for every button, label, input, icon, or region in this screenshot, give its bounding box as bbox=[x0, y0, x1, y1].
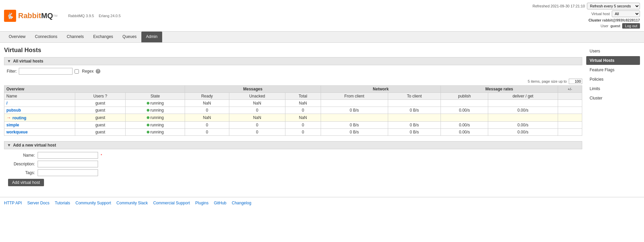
nav-overview[interactable]: Overview bbox=[4, 32, 30, 42]
refresh-select[interactable]: Refresh every 5 seconds Refresh every 10… bbox=[587, 3, 640, 9]
desc-form-row: Description: bbox=[4, 161, 582, 167]
td-state: running bbox=[126, 122, 185, 129]
td-name[interactable]: pubsub bbox=[4, 107, 75, 114]
page-size-input[interactable] bbox=[569, 79, 582, 84]
table-row[interactable]: simple guest running 0 0 0 0 B/s 0 B/s 0… bbox=[4, 122, 582, 129]
add-vhost-button[interactable]: Add virtual host bbox=[8, 179, 44, 186]
th-plusminus[interactable]: +/- bbox=[558, 86, 582, 93]
nav-channels[interactable]: Channels bbox=[62, 32, 89, 42]
td-from-client bbox=[321, 100, 388, 107]
td-users: guest bbox=[75, 107, 126, 114]
rabbitmq-version: RabbitMQ 3.9.5 bbox=[68, 14, 94, 18]
td-name[interactable]: / bbox=[4, 100, 75, 107]
td-unacked: NaN bbox=[229, 114, 285, 122]
th-to-client: To client bbox=[388, 93, 441, 100]
logo-icon: 🐇 bbox=[4, 10, 16, 22]
td-users: guest bbox=[75, 114, 126, 122]
table-row[interactable]: pubsub guest running 0 0 0 0 B/s 0 B/s 0… bbox=[4, 107, 582, 114]
footer-link[interactable]: Commercial Support bbox=[153, 201, 190, 205]
td-to-client bbox=[388, 100, 441, 107]
header: 🐇 RabbitMQTM RabbitMQ 3.9.5 Erlang 24.0.… bbox=[0, 0, 644, 32]
th-overview: Overview bbox=[4, 86, 185, 93]
th-state: State bbox=[126, 93, 185, 100]
cluster-value: rabbit@993fc8228117 bbox=[602, 18, 640, 22]
regex-checkbox[interactable] bbox=[75, 69, 79, 74]
sidebar-item-virtual-hosts[interactable]: Virtual Hosts bbox=[586, 56, 640, 65]
nav-exchanges[interactable]: Exchanges bbox=[88, 32, 118, 42]
top-right: Refreshed 2021-09-30 17:21:10 Refresh ev… bbox=[533, 3, 640, 29]
logo-tm: TM bbox=[53, 14, 57, 17]
add-vhost-header[interactable]: ▼ Add a new virtual host bbox=[4, 141, 582, 149]
td-from-client: 0 B/s bbox=[321, 107, 388, 114]
td-state: running bbox=[126, 107, 185, 114]
vhost-select[interactable]: All / pubsub routing simple workqueue bbox=[612, 10, 640, 17]
filter-input[interactable] bbox=[19, 68, 73, 75]
sidebar-item-limits[interactable]: Limits bbox=[586, 84, 640, 93]
tags-form-row: Tags: bbox=[4, 169, 582, 176]
td-to-client bbox=[388, 114, 441, 122]
vhosts-table: Overview Messages Network Message rates … bbox=[4, 85, 582, 136]
footer-link[interactable]: Community Slack bbox=[117, 201, 148, 205]
footer-link[interactable]: HTTP API bbox=[4, 201, 22, 205]
td-publish: 0.00/s bbox=[441, 122, 488, 129]
footer-link[interactable]: Tutorials bbox=[55, 201, 70, 205]
sidebar-item-cluster[interactable]: Cluster bbox=[586, 94, 640, 103]
nav-connections[interactable]: Connections bbox=[30, 32, 62, 42]
add-section-arrow: ▼ bbox=[7, 143, 11, 148]
td-unacked: 0 bbox=[229, 107, 285, 114]
required-star: * bbox=[101, 154, 102, 157]
td-action bbox=[558, 129, 582, 136]
name-input[interactable] bbox=[38, 152, 98, 159]
td-ready: 0 bbox=[185, 107, 229, 114]
all-vhosts-section[interactable]: ▼ All virtual hosts bbox=[4, 57, 582, 65]
nav-queues[interactable]: Queues bbox=[118, 32, 141, 42]
td-unacked: NaN bbox=[229, 100, 285, 107]
logo: 🐇 RabbitMQTM bbox=[4, 10, 57, 22]
td-state: running bbox=[126, 129, 185, 136]
content: Virtual Hosts ▼ All virtual hosts Filter… bbox=[4, 47, 582, 186]
logout-button[interactable]: Log out bbox=[622, 23, 640, 29]
footer-link[interactable]: Server Docs bbox=[27, 201, 49, 205]
td-to-client: 0 B/s bbox=[388, 129, 441, 136]
td-name[interactable]: simple bbox=[4, 122, 75, 129]
td-to-client: 0 B/s bbox=[388, 122, 441, 129]
cluster-row: Cluster rabbit@993fc8228117 bbox=[589, 18, 640, 22]
td-ready: NaN bbox=[185, 100, 229, 107]
sidebar-item-feature-flags[interactable]: Feature Flags bbox=[586, 66, 640, 74]
table-row[interactable]: →routing guest running NaN NaN NaN bbox=[4, 114, 582, 122]
filter-label: Filter: bbox=[7, 69, 17, 74]
sidebar: Users Virtual Hosts Feature Flags Polici… bbox=[586, 47, 640, 186]
td-name[interactable]: →routing bbox=[4, 114, 75, 122]
footer-link[interactable]: Plugins bbox=[195, 201, 209, 205]
footer-link[interactable]: GitHub bbox=[214, 201, 226, 205]
td-ready: NaN bbox=[185, 114, 229, 122]
vhost-row: Virtual host All / pubsub routing simple… bbox=[591, 10, 640, 17]
sidebar-item-policies[interactable]: Policies bbox=[586, 75, 640, 84]
td-from-client bbox=[321, 114, 388, 122]
vhost-label: Virtual host bbox=[591, 12, 610, 16]
help-icon[interactable]: ? bbox=[96, 69, 100, 74]
nav-admin[interactable]: Admin bbox=[141, 32, 162, 42]
logo-mq-text: MQ bbox=[41, 11, 53, 20]
td-action bbox=[558, 122, 582, 129]
td-unacked: 0 bbox=[229, 129, 285, 136]
footer-link[interactable]: Community Support bbox=[76, 201, 111, 205]
td-total: NaN bbox=[285, 100, 321, 107]
erlang-version: Erlang 24.0.5 bbox=[99, 14, 121, 18]
filter-row: Filter: Regex ? bbox=[4, 67, 582, 76]
tags-input[interactable] bbox=[38, 169, 98, 176]
sidebar-item-users[interactable]: Users bbox=[586, 47, 640, 55]
table-row[interactable]: / guest running NaN NaN NaN bbox=[4, 100, 582, 107]
th-messages: Messages bbox=[185, 86, 321, 93]
td-deliver: 0.00/s bbox=[488, 107, 558, 114]
td-deliver: 0.00/s bbox=[488, 129, 558, 136]
td-deliver bbox=[488, 114, 558, 122]
main: Virtual Hosts ▼ All virtual hosts Filter… bbox=[0, 43, 644, 190]
table-row[interactable]: workqueue guest running 0 0 0 0 B/s 0 B/… bbox=[4, 129, 582, 136]
desc-input[interactable] bbox=[38, 161, 98, 167]
all-vhosts-label: All virtual hosts bbox=[13, 59, 43, 64]
td-name[interactable]: workqueue bbox=[4, 129, 75, 136]
th-users[interactable]: Users ? bbox=[75, 93, 126, 100]
footer-link[interactable]: Changelog bbox=[232, 201, 251, 205]
th-message-rates: Message rates bbox=[441, 86, 558, 93]
